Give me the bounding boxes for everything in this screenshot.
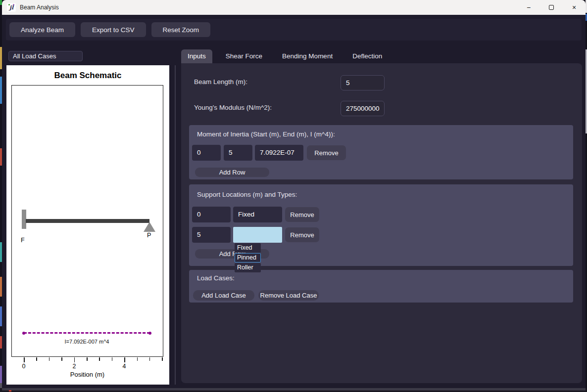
titlebar: jl Beam Analysis − × — [2, 0, 586, 15]
julia-green-dot-icon — [8, 4, 10, 5]
beam-length-label: Beam Length (m): — [194, 78, 247, 86]
inertia-start-input[interactable]: 0 — [192, 145, 221, 161]
analyze-beam-button[interactable]: Analyze Beam — [9, 22, 75, 37]
schematic-title: Beam Schematic — [6, 71, 169, 81]
screen: jl Beam Analysis − × Analyze Beam Export… — [0, 0, 587, 392]
toolbar: Analyze Beam Export to CSV Reset Zoom — [6, 19, 582, 41]
remove-load-case-button[interactable]: Remove Load Case — [258, 290, 319, 301]
bottom-edge-artifact — [0, 388, 587, 392]
support-type-dropdown: Fixed Pinned Roller — [235, 243, 261, 273]
panel-divider[interactable] — [175, 65, 176, 385]
youngs-modulus-label: Young's Modulus (N/m^2): — [194, 104, 272, 111]
tab-shear-force[interactable]: Shear Force — [219, 49, 269, 63]
left-edge-artifact — [0, 0, 2, 392]
app-icon: jl — [7, 3, 16, 12]
beam-schematic-card: Beam Schematic F P I=7.092E-007 m^4 0 2 … — [6, 65, 169, 385]
dropdown-option-roller[interactable]: Roller — [235, 263, 261, 272]
support-remove-button-2[interactable]: Remove — [285, 227, 319, 242]
inertia-end-input[interactable]: 5 — [224, 145, 252, 161]
fixed-support-label: F — [21, 237, 25, 244]
reset-zoom-button[interactable]: Reset Zoom — [151, 22, 211, 37]
inertia-remove-button[interactable]: Remove — [307, 145, 346, 160]
inertia-section-title: Moment of Inertia (Start (m), End (m), I… — [197, 131, 335, 138]
load-cases-title: Load Cases: — [197, 274, 235, 282]
export-csv-button[interactable]: Export to CSV — [81, 22, 146, 37]
beam-bar — [26, 219, 149, 223]
x-axis-label: Position (m) — [11, 371, 163, 378]
inputs-tab-content: Beam Length (m): 5 Young's Modulus (N/m^… — [181, 63, 582, 383]
pinned-support-label: P — [147, 232, 151, 239]
maximize-box-glyph — [549, 5, 554, 10]
maximize-icon[interactable] — [540, 0, 563, 15]
inertia-section: Moment of Inertia (Start (m), End (m), I… — [189, 125, 573, 179]
inertia-value-input[interactable]: 7.0922E-07 — [255, 145, 303, 161]
tab-inputs[interactable]: Inputs — [181, 49, 212, 63]
supports-section-title: Support Locations (m) and Types: — [197, 191, 297, 198]
support-type-combo-2-open[interactable] — [233, 227, 282, 243]
inertia-annotation: I=7.092E-007 m^4 — [24, 339, 150, 345]
dropdown-option-fixed[interactable]: Fixed — [235, 243, 261, 253]
dropdown-option-pinned[interactable]: Pinned — [235, 253, 261, 262]
load-cases-section: Load Cases: Add Load Case Remove Load Ca… — [189, 270, 573, 303]
window-body: Analyze Beam Export to CSV Reset Zoom Al… — [2, 15, 586, 388]
x-axis-minor-ticks — [24, 357, 163, 361]
x-tick-0: 0 — [22, 363, 26, 370]
tab-deflection[interactable]: Deflection — [346, 49, 389, 63]
supports-section: Support Locations (m) and Types: 0 Fixed… — [189, 184, 573, 266]
support-position-input-1[interactable]: 0 — [192, 207, 231, 222]
beam-length-input[interactable]: 5 — [341, 75, 385, 90]
inertia-dashed-line — [24, 332, 150, 334]
inertia-add-row-button[interactable]: Add Row — [195, 168, 269, 177]
pinned-support-symbol — [144, 222, 155, 232]
support-position-input-2[interactable]: 5 — [192, 227, 231, 243]
tab-bar: Inputs Shear Force Bending Moment Deflec… — [181, 49, 389, 63]
support-type-combo-1[interactable]: Fixed — [233, 207, 282, 222]
x-tick-2: 2 — [73, 363, 76, 370]
add-load-case-button[interactable]: Add Load Case — [193, 290, 254, 301]
minimize-icon[interactable]: − — [517, 0, 540, 15]
julia-purple-dot-icon — [13, 4, 14, 5]
x-tick-4: 4 — [123, 363, 126, 370]
load-case-selector[interactable]: All Load Cases — [8, 51, 83, 61]
window-controls: − × — [517, 0, 586, 15]
support-remove-button-1[interactable]: Remove — [285, 207, 319, 222]
inertia-line-end-marker — [148, 332, 151, 335]
inertia-line-start-marker — [22, 332, 25, 335]
close-icon[interactable]: × — [563, 0, 586, 15]
tab-bending-moment[interactable]: Bending Moment — [276, 49, 339, 63]
youngs-modulus-input[interactable]: 275000000 — [341, 101, 385, 116]
window-title: Beam Analysis — [20, 4, 59, 11]
